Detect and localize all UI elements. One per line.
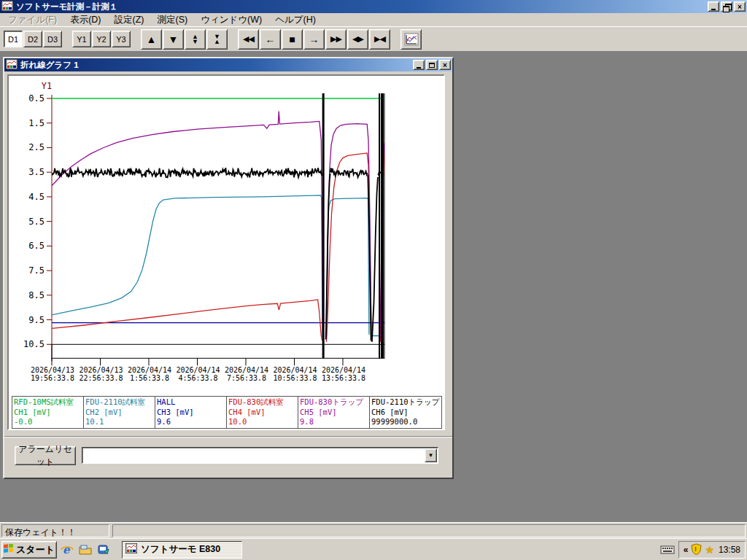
- legend-cell-ch4: FDU-830試料室CH4 [mV]10.0: [227, 397, 298, 428]
- legend-name: FDU-830試料室: [228, 397, 296, 408]
- svg-text:7:56:33.8: 7:56:33.8: [227, 374, 266, 382]
- svg-text:8.5: 8.5: [28, 290, 44, 300]
- chart-panel: Y10.51.52.53.54.55.56.57.58.59.510.52026…: [7, 74, 445, 430]
- legend-name: FDU-830トラップ: [300, 397, 368, 408]
- windows-logo-icon: [4, 544, 14, 556]
- svg-text:10:56:33.8: 10:56:33.8: [273, 374, 317, 382]
- chevron-down-icon: ▼: [428, 452, 434, 459]
- svg-text:9.5: 9.5: [28, 315, 44, 325]
- star-icon[interactable]: ★: [705, 544, 714, 556]
- legend-value: 99999000.0: [371, 417, 440, 427]
- y1-button[interactable]: Y1: [72, 31, 91, 47]
- scroll-up-button[interactable]: ▲: [141, 29, 162, 50]
- window-title: ソフトサーモ計測－計測１: [16, 1, 708, 12]
- restore-button[interactable]: [721, 1, 732, 12]
- svg-text:2026/04/14: 2026/04/14: [322, 366, 365, 374]
- legend-ch: CH5 [mV]: [300, 408, 368, 418]
- graph-maximize-button[interactable]: [426, 60, 438, 70]
- legend-name: HALL: [157, 397, 225, 408]
- line-chart: Y10.51.52.53.54.55.56.57.58.59.510.52026…: [9, 76, 444, 429]
- y2-button[interactable]: Y2: [92, 31, 111, 47]
- compress-y-button[interactable]: ▼▲: [206, 29, 228, 50]
- mini-chart-icon: [404, 33, 419, 46]
- legend-value: 10.0: [228, 417, 296, 427]
- expand-x-button[interactable]: ◀▶: [347, 29, 368, 50]
- system-tray: « ! ★ 13:58: [660, 541, 746, 559]
- svg-text:22:56:33.8: 22:56:33.8: [79, 374, 123, 382]
- restore-icon: [723, 4, 730, 10]
- expand-y-button[interactable]: ▲▼: [185, 29, 206, 50]
- svg-text:6.5: 6.5: [28, 241, 44, 251]
- svg-text:1.5: 1.5: [28, 118, 44, 128]
- task-button-label: ソフトサーモ E830: [141, 543, 220, 556]
- graph-setup-button[interactable]: [400, 29, 422, 50]
- svg-text:0.5: 0.5: [28, 93, 44, 104]
- graph-titlebar[interactable]: 折れ線グラフ 1 ×: [4, 58, 452, 71]
- legend-value: 10.1: [85, 417, 153, 427]
- svg-text:2026/04/13: 2026/04/13: [31, 366, 74, 374]
- fast-forward-button[interactable]: ▶▶: [325, 29, 347, 50]
- show-desktop-icon[interactable]: [77, 542, 93, 558]
- menu-item-4[interactable]: ウィンドウ(W): [194, 12, 268, 28]
- menu-bar: ファイル(F)表示(D)設定(Z)測定(S)ウィンドウ(W)ヘルプ(H): [0, 13, 747, 27]
- clock[interactable]: 13:58: [719, 545, 740, 555]
- y3-button[interactable]: Y3: [112, 31, 131, 47]
- toolbar-group: [400, 29, 422, 50]
- legend-name: FDU-2110試料室: [85, 397, 153, 408]
- combo-dropdown-button[interactable]: ▼: [425, 448, 437, 462]
- graph-close-button[interactable]: ×: [439, 60, 451, 70]
- status-bar: 保存ウェイト！！: [0, 522, 747, 538]
- stop-button[interactable]: ■: [282, 29, 303, 50]
- legend-value: -0.0: [14, 417, 82, 427]
- d3-button[interactable]: D3: [43, 31, 62, 47]
- menu-item-5[interactable]: ヘルプ(H): [268, 12, 322, 28]
- task-button-softthermo[interactable]: ソフトサーモ E830: [122, 541, 242, 559]
- keyboard-icon[interactable]: [660, 543, 675, 556]
- svg-text:7.5: 7.5: [28, 265, 44, 276]
- svg-text:19:56:33.8: 19:56:33.8: [31, 374, 74, 382]
- svg-text:2.5: 2.5: [28, 142, 44, 152]
- alarm-row: アラームリセット ▼: [4, 436, 452, 478]
- security-shield-icon[interactable]: !: [691, 543, 702, 557]
- step-back-button[interactable]: ←: [260, 29, 281, 50]
- graph-client: Y10.51.52.53.54.55.56.57.58.59.510.52026…: [4, 71, 452, 478]
- legend-cell-ch3: HALLCH3 [mV]9.6: [155, 397, 227, 428]
- start-button[interactable]: スタート: [1, 541, 57, 559]
- legend-cell-ch5: FDU-830トラップCH5 [mV]9.8: [298, 397, 370, 428]
- minimize-button[interactable]: [708, 1, 719, 12]
- svg-text:3.5: 3.5: [28, 167, 44, 177]
- channel-legend: RFD-10MS試料室CH1 [mV]-0.0FDU-2110試料室CH2 [m…: [12, 396, 442, 429]
- scroll-down-button[interactable]: ▼: [163, 29, 184, 50]
- svg-text:e: e: [63, 543, 71, 556]
- alarm-reset-button[interactable]: アラームリセット: [15, 446, 76, 465]
- d2-button[interactable]: D2: [23, 31, 42, 47]
- toolbar: D1D2D3Y1Y2Y3▲▼▲▼▼▲◀◀←■→▶▶◀▶▶◀: [0, 27, 747, 52]
- main-titlebar[interactable]: ソフトサーモ計測－計測１ ×: [0, 0, 747, 13]
- internet-explorer-icon[interactable]: e: [59, 542, 75, 558]
- legend-value: 9.8: [300, 417, 368, 427]
- tray-collapse-button[interactable]: «: [684, 545, 689, 555]
- menu-item-1[interactable]: 表示(D): [63, 12, 107, 28]
- svg-text:10.5: 10.5: [23, 339, 44, 349]
- alarm-combo[interactable]: ▼: [82, 447, 438, 464]
- svg-text:2026/04/14: 2026/04/14: [273, 366, 317, 374]
- menu-item-3[interactable]: 測定(S): [150, 12, 194, 28]
- status-message: 保存ウェイト！！: [1, 524, 109, 537]
- compress-x-button[interactable]: ▶◀: [369, 29, 390, 50]
- step-forward-button[interactable]: →: [303, 29, 325, 50]
- minimize-icon: [417, 67, 421, 69]
- graph-minimize-button[interactable]: [413, 60, 425, 70]
- legend-name: RFD-10MS試料室: [14, 397, 82, 408]
- d1-button[interactable]: D1: [4, 31, 23, 47]
- legend-ch: CH3 [mV]: [157, 408, 225, 418]
- toolbar-group: D1D2D3: [4, 31, 63, 47]
- close-button[interactable]: ×: [734, 1, 746, 12]
- outlook-express-icon[interactable]: [96, 542, 112, 558]
- start-button-label: スタート: [16, 543, 55, 556]
- menu-item-2[interactable]: 設定(Z): [108, 12, 151, 28]
- rewind-button[interactable]: ◀◀: [238, 29, 259, 50]
- legend-ch: CH4 [mV]: [228, 408, 296, 418]
- legend-ch: CH1 [mV]: [14, 408, 82, 418]
- svg-text:4:56:33.8: 4:56:33.8: [178, 374, 217, 382]
- menu-item-0[interactable]: ファイル(F): [1, 12, 63, 28]
